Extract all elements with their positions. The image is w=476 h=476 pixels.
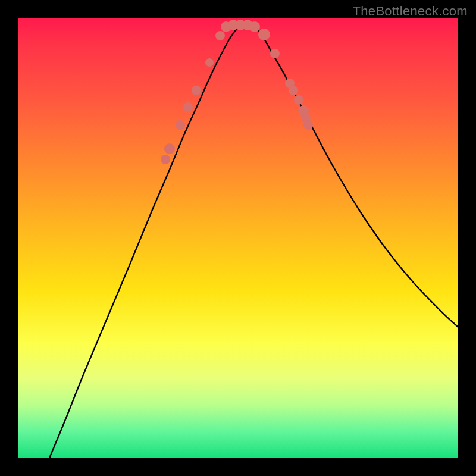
marker-dot bbox=[176, 120, 185, 130]
marker-dot bbox=[161, 155, 170, 164]
chart-svg bbox=[18, 18, 458, 458]
marker-dot bbox=[270, 49, 280, 58]
marker-dot bbox=[303, 120, 313, 130]
marker-dot bbox=[192, 86, 201, 95]
marker-dot bbox=[294, 95, 303, 105]
marker-dot bbox=[215, 31, 225, 40]
bottleneck-curve bbox=[49, 25, 458, 458]
watermark-text: TheBottleneck.com bbox=[353, 4, 468, 19]
outer-frame: TheBottleneck.com bbox=[0, 0, 476, 476]
marker-group bbox=[161, 20, 313, 164]
marker-dot bbox=[258, 29, 270, 40]
gradient-plot-area bbox=[18, 18, 458, 458]
marker-dot bbox=[164, 143, 175, 154]
marker-dot bbox=[249, 21, 260, 32]
marker-dot bbox=[205, 58, 214, 67]
marker-dot bbox=[183, 102, 193, 112]
marker-dot bbox=[289, 86, 298, 95]
